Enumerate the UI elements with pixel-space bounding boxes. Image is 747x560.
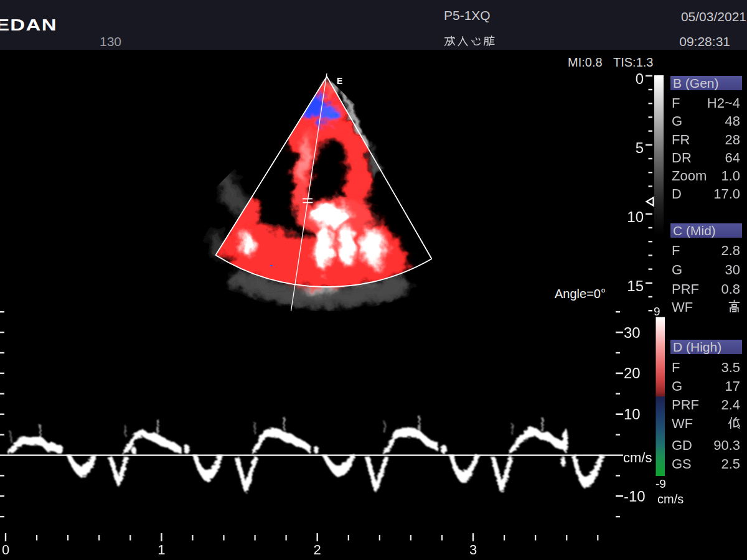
svg-text:5: 5: [636, 139, 644, 156]
svg-text:0: 0: [636, 70, 644, 87]
svg-text:10: 10: [627, 208, 644, 225]
svg-text:9: 9: [654, 305, 660, 318]
svg-text:1: 1: [157, 542, 165, 558]
svg-text:10: 10: [624, 406, 641, 422]
svg-text:15: 15: [627, 278, 644, 294]
svg-text:cm/s: cm/s: [623, 450, 652, 465]
svg-text:3: 3: [469, 542, 477, 558]
svg-text:30: 30: [624, 324, 641, 341]
svg-text:20: 20: [624, 365, 641, 381]
svg-text:E: E: [337, 76, 342, 86]
svg-text:-10: -10: [624, 488, 646, 505]
svg-text:2: 2: [314, 542, 321, 558]
svg-text:0: 0: [2, 542, 9, 558]
svg-text:-9: -9: [655, 477, 666, 490]
svg-text:cm/s: cm/s: [657, 492, 684, 506]
